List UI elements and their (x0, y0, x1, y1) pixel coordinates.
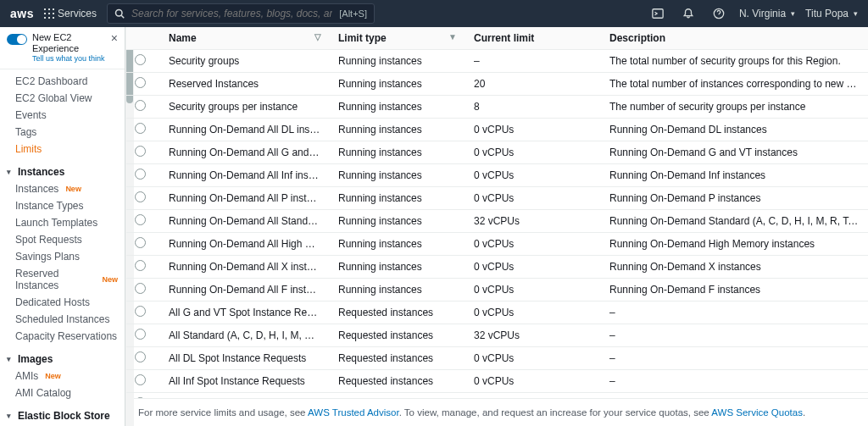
table-row[interactable]: All G and VT Spot Instance RequestsReque… (126, 302, 868, 324)
cell-name: All Standard (A, C, D, H, I, M, R, T, Z)… (160, 324, 330, 347)
sidebar-item[interactable]: Scheduled Instances (0, 311, 125, 328)
row-radio[interactable] (135, 54, 146, 65)
global-search[interactable]: [Alt+S] (107, 3, 375, 24)
table-row[interactable]: Security groupsRunning instances–The tot… (126, 50, 868, 73)
row-radio[interactable] (135, 169, 146, 180)
table-row[interactable]: Running On-Demand All Inf instancesRunni… (126, 164, 868, 187)
sidebar-heading[interactable]: Images (0, 345, 125, 368)
row-radio[interactable] (135, 123, 146, 134)
cell-desc: Running On-Demand P instances (601, 187, 868, 210)
sidebar-item[interactable]: Dedicated Hosts (0, 294, 125, 311)
search-shortcut: [Alt+S] (339, 8, 367, 19)
cell-name: Running On-Demand All G and VT instances (160, 141, 330, 164)
cell-type: Running instances (330, 96, 465, 119)
row-radio[interactable] (135, 306, 146, 317)
cell-type: Running instances (330, 141, 465, 164)
sidebar-item-label: Launch Templates (15, 217, 97, 229)
row-radio[interactable] (135, 397, 146, 398)
sidebar-item[interactable]: Spot Requests (0, 231, 125, 248)
sidebar-item-label: Instances (15, 183, 58, 195)
cell-type: Requested instances (330, 347, 465, 370)
sidebar-item[interactable]: Limits (0, 141, 125, 158)
cell-name: Security groups (160, 50, 330, 73)
cell-name: Running On-Demand All High Memory instan… (160, 233, 330, 256)
cell-desc: The number of security groups per instan… (601, 96, 868, 119)
sidebar-item[interactable]: InstancesNew (0, 180, 125, 197)
col-description[interactable]: Description (601, 27, 868, 50)
aws-logo[interactable]: aws (10, 7, 34, 20)
sidebar-item[interactable]: Tags (0, 124, 125, 141)
col-current-limit[interactable]: Current limit (465, 27, 601, 50)
row-radio[interactable] (135, 351, 146, 362)
sidebar-item[interactable]: Events (0, 107, 125, 124)
sidebar-item-label: Instance Types (15, 200, 84, 212)
table-row[interactable]: Running On-Demand All G and VT instances… (126, 141, 868, 164)
table-row[interactable]: Running On-Demand All P instancesRunning… (126, 187, 868, 210)
main-content: Name▽ Limit type▼ Current limit Descript… (125, 27, 868, 426)
table-row[interactable]: Running On-Demand All Standard (A, C, D,… (126, 210, 868, 233)
cell-type: Requested instances (330, 324, 465, 347)
cell-name: Running On-Demand All F instances (160, 279, 330, 302)
notifications-icon[interactable] (678, 3, 698, 24)
service-quotas-link[interactable]: AWS Service Quotas (711, 407, 803, 418)
cell-name: Reserved Instances (160, 73, 330, 96)
row-radio[interactable] (135, 191, 146, 202)
services-grid-icon (44, 8, 54, 19)
cell-limit: 0 vCPUs (465, 164, 601, 187)
sidebar-item-label: AMI Catalog (15, 387, 71, 399)
table-row[interactable]: All X Spot Instance RequestsRequested in… (126, 393, 868, 399)
sidebar-heading[interactable]: Elastic Block Store (0, 401, 125, 424)
table-row[interactable]: Running On-Demand All X instancesRunning… (126, 256, 868, 279)
sidebar-item-label: Capacity Reservations (15, 330, 117, 342)
table-row[interactable]: Security groups per instanceRunning inst… (126, 96, 868, 119)
svg-rect-5 (53, 13, 54, 14)
sidebar-item[interactable]: AMIsNew (0, 368, 125, 385)
row-radio[interactable] (135, 237, 146, 248)
sidebar-item[interactable]: Reserved InstancesNew (0, 265, 125, 294)
table-row[interactable]: Running On-Demand All F instancesRunning… (126, 279, 868, 302)
cloudshell-icon[interactable] (648, 3, 668, 24)
row-radio[interactable] (135, 260, 146, 271)
table-row[interactable]: Reserved InstancesRunning instances20The… (126, 73, 868, 96)
region-selector[interactable]: N. Virginia (739, 8, 795, 19)
row-radio[interactable] (135, 329, 146, 340)
table-row[interactable]: All Inf Spot Instance RequestsRequested … (126, 370, 868, 393)
services-menu[interactable]: Services (44, 8, 97, 19)
table-row[interactable]: Running On-Demand All DL instancesRunnin… (126, 119, 868, 141)
search-input[interactable] (131, 8, 332, 19)
sidebar-item[interactable]: Instance Types (0, 197, 125, 214)
row-radio[interactable] (135, 77, 146, 88)
row-radio[interactable] (135, 374, 146, 385)
col-limit-type[interactable]: Limit type▼ (330, 27, 465, 50)
help-icon[interactable] (709, 3, 729, 24)
cell-limit: 32 vCPUs (465, 324, 601, 347)
sidebar-item[interactable]: EC2 Global View (0, 90, 125, 107)
cell-name: Running On-Demand All Inf instances (160, 164, 330, 187)
sidebar-heading[interactable]: Instances (0, 158, 125, 180)
col-name[interactable]: Name▽ (160, 27, 330, 50)
row-radio[interactable] (135, 214, 146, 225)
row-radio[interactable] (135, 283, 146, 294)
cell-desc: Running On-Demand X instances (601, 256, 868, 279)
svg-rect-8 (53, 17, 54, 19)
sidebar-item[interactable]: Launch Templates (0, 214, 125, 231)
trusted-advisor-link[interactable]: AWS Trusted Advisor (308, 407, 399, 418)
cell-desc: – (601, 324, 868, 347)
row-radio[interactable] (135, 100, 146, 111)
table-row[interactable]: All DL Spot Instance RequestsRequested i… (126, 347, 868, 370)
new-experience-toggle[interactable] (7, 34, 27, 45)
sidebar-item[interactable]: Capacity Reservations (0, 328, 125, 345)
user-menu[interactable]: Titu Popa (805, 8, 858, 19)
banner-feedback-link[interactable]: Tell us what you think (32, 54, 106, 64)
banner-close-icon[interactable]: × (111, 32, 118, 44)
sidebar-item[interactable]: AMI Catalog (0, 385, 125, 401)
sidebar-item[interactable]: Savings Plans (0, 248, 125, 265)
sidebar-item[interactable]: EC2 Dashboard (0, 73, 125, 90)
table-row[interactable]: All Standard (A, C, D, H, I, M, R, T, Z)… (126, 324, 868, 347)
row-radio[interactable] (135, 146, 146, 157)
cell-limit: 20 (465, 73, 601, 96)
svg-rect-0 (44, 8, 46, 10)
cell-desc: Running On-Demand F instances (601, 279, 868, 302)
services-label: Services (58, 8, 97, 19)
table-row[interactable]: Running On-Demand All High Memory instan… (126, 233, 868, 256)
